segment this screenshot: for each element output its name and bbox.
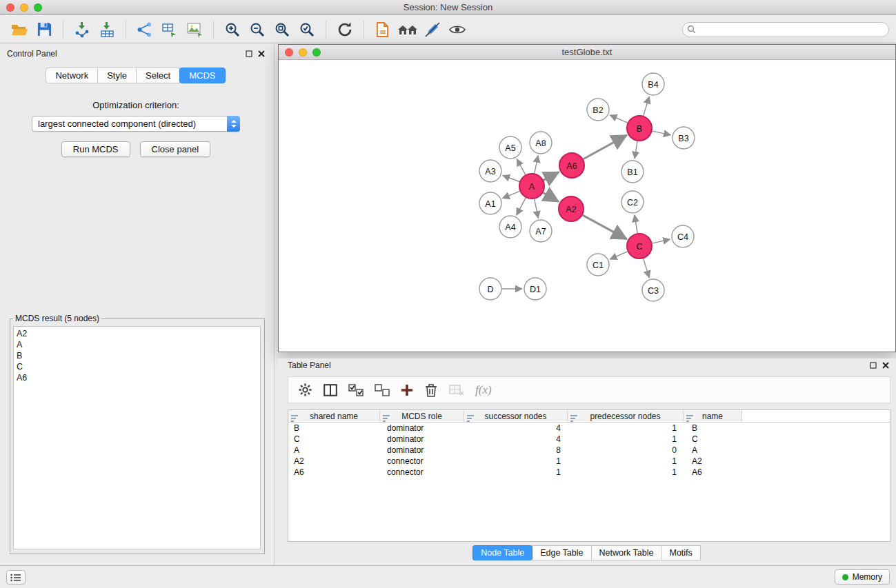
delete-column-button[interactable] <box>424 383 438 398</box>
zoom-selected-icon <box>299 21 315 38</box>
show-panels-button[interactable] <box>6 570 26 585</box>
column-header-successor-nodes[interactable]: successor nodes <box>464 410 568 422</box>
fullscreen-window-button[interactable] <box>34 3 42 12</box>
graph-edge-A-A7[interactable] <box>535 199 539 219</box>
zoom-selected-button[interactable] <box>295 19 319 41</box>
graph-edge-A-A6[interactable] <box>544 172 559 181</box>
show-columns-button[interactable] <box>323 384 337 396</box>
table-panel-title: Table Panel <box>288 361 870 370</box>
graph-node-label: B4 <box>648 80 658 90</box>
graph-edge-C-C4[interactable] <box>653 239 670 243</box>
tab-style[interactable]: Style <box>97 68 137 83</box>
main-toolbar <box>0 16 896 43</box>
graph-edge-A6-B[interactable] <box>584 135 627 159</box>
new-network-button[interactable] <box>132 19 157 41</box>
pencil-icon <box>424 21 441 38</box>
deselect-all-button[interactable] <box>375 384 390 396</box>
minimize-network-window-button[interactable] <box>299 48 307 57</box>
network-window-titlebar[interactable]: testGlobe.txt <box>279 45 895 60</box>
node-table: shared name MCDS role successor nodes pr… <box>288 409 890 542</box>
first-neighbors-button[interactable] <box>395 19 420 41</box>
graph-edge-B-B4[interactable] <box>644 97 650 116</box>
graph-edge-A-A3[interactable] <box>503 176 519 182</box>
table-row[interactable]: A2connector11A2 <box>288 456 890 467</box>
close-network-window-button[interactable] <box>285 48 293 57</box>
graph-edge-A-A2[interactable] <box>543 193 558 202</box>
tab-mcds[interactable]: MCDS <box>179 68 225 83</box>
search-input[interactable] <box>682 22 889 37</box>
tab-node-table[interactable]: Node Table <box>472 545 532 560</box>
create-column-button[interactable] <box>401 384 413 396</box>
tab-network[interactable]: Network <box>46 68 98 83</box>
table-cell: C <box>288 434 380 445</box>
import-table-button[interactable] <box>94 19 119 41</box>
graph-edge-A-A8[interactable] <box>535 156 538 174</box>
apply-layout-button[interactable] <box>332 19 357 41</box>
table-row[interactable]: A6connector11A6 <box>288 467 890 478</box>
mcds-result-item[interactable]: A6 <box>14 372 260 383</box>
graph-node-label: A6 <box>566 161 577 171</box>
table-cell: 1 <box>568 467 684 478</box>
network-canvas[interactable]: AA1A2A3A4A5A6A7A8BB1B2B3B4CC1C2C3C4DD1 <box>279 61 895 352</box>
close-table-panel-icon[interactable] <box>882 362 889 369</box>
graph-edge-B-B3[interactable] <box>653 131 671 135</box>
export-table-button[interactable] <box>157 19 182 41</box>
import-network-button[interactable] <box>70 19 94 41</box>
graph-edge-A-A4[interactable] <box>517 198 526 215</box>
annotation-mode-button[interactable] <box>420 19 445 41</box>
open-document-button[interactable] <box>370 19 395 41</box>
tab-network-table[interactable]: Network Table <box>591 545 662 560</box>
export-image-button[interactable] <box>182 19 207 41</box>
graph-edge-B-B1[interactable] <box>635 141 637 159</box>
column-header-label: MCDS role <box>401 412 442 421</box>
save-session-button[interactable] <box>32 19 57 41</box>
minimize-window-button[interactable] <box>20 3 28 12</box>
float-panel-icon[interactable] <box>246 50 252 57</box>
table-settings-button[interactable] <box>298 383 312 397</box>
mcds-result-item[interactable]: A <box>14 339 260 350</box>
zoom-fit-button[interactable] <box>270 19 295 41</box>
column-header-mcds-role[interactable]: MCDS role <box>380 410 464 422</box>
zoom-in-button[interactable] <box>220 19 245 41</box>
graph-edge-B-B2[interactable] <box>610 115 627 123</box>
table-row[interactable]: Cdominator41C <box>288 434 890 445</box>
graph-edge-C-C3[interactable] <box>644 258 650 278</box>
open-session-button[interactable] <box>7 19 32 41</box>
mcds-result-item[interactable]: A2 <box>14 328 260 339</box>
tab-motifs[interactable]: Motifs <box>661 545 700 560</box>
zoom-network-window-button[interactable] <box>312 48 321 57</box>
mcds-result-item[interactable]: C <box>14 361 260 372</box>
table-row[interactable]: Bdominator41B <box>288 423 890 434</box>
table-row[interactable]: Adominator80A <box>288 445 890 456</box>
graph-node-label: A8 <box>535 139 546 148</box>
status-bar: Memory <box>0 565 896 588</box>
graph-edge-A2-C[interactable] <box>583 215 627 239</box>
float-table-panel-icon[interactable] <box>870 362 877 369</box>
select-all-button[interactable] <box>348 384 364 396</box>
table-cell: connector <box>380 456 464 467</box>
close-panel-icon[interactable] <box>258 50 265 57</box>
close-window-button[interactable] <box>6 3 14 12</box>
graph-edge-A-A1[interactable] <box>503 191 520 198</box>
zoom-fit-icon <box>274 21 290 38</box>
panel-divider[interactable] <box>274 44 275 565</box>
mcds-result-list[interactable]: A2ABCA6 <box>13 326 261 549</box>
column-header-predecessor-nodes[interactable]: predecessor nodes <box>568 410 684 422</box>
graph-node-label: C1 <box>593 261 604 270</box>
zoom-out-button[interactable] <box>245 19 270 41</box>
column-header-shared-name[interactable]: shared name <box>288 410 380 422</box>
column-header-name[interactable]: name <box>684 410 742 422</box>
graph-edge-C-C2[interactable] <box>635 215 637 233</box>
import-network-icon <box>74 21 90 38</box>
run-mcds-button[interactable]: Run MCDS <box>61 141 130 157</box>
tab-edge-table[interactable]: Edge Table <box>532 545 591 560</box>
mcds-result-item[interactable]: B <box>14 350 260 361</box>
function-builder-button[interactable]: f(x) <box>475 383 492 397</box>
memory-button[interactable]: Memory <box>835 569 890 585</box>
graph-edge-A-A5[interactable] <box>517 159 526 175</box>
tab-select[interactable]: Select <box>136 68 180 83</box>
close-panel-button[interactable]: Close panel <box>140 141 211 157</box>
criterion-select[interactable]: largest connected component (directed) <box>32 116 240 132</box>
graph-edge-C-C1[interactable] <box>610 252 627 259</box>
show-hide-button[interactable] <box>445 19 470 41</box>
